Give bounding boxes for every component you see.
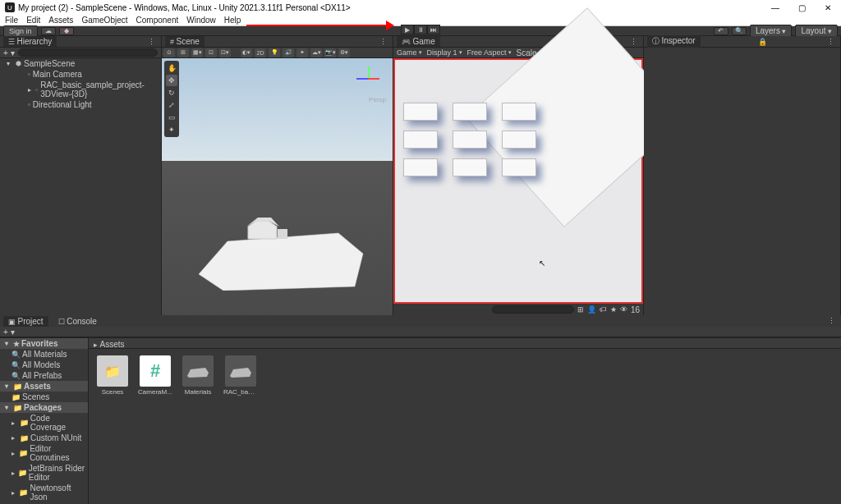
game-search-input[interactable]	[492, 305, 574, 314]
cloud-icon[interactable]: ☁	[41, 27, 56, 35]
scene-panel: # Scene ⋮ ⊙ ⊞ ▦▾ ⊡ ⊡▾ ◐▾ 2D 💡 🔊 ✦ ☁▾ 📷▾ …	[162, 36, 393, 315]
pkg-item[interactable]: ▸📁 Code Coverage	[0, 413, 88, 433]
svg-marker-4	[187, 368, 209, 378]
pkg-item[interactable]: ▸📁 Newtonsoft Json	[0, 483, 88, 502]
visibility-icon[interactable]: 👁	[620, 305, 627, 314]
game-view[interactable]: ↖	[393, 58, 643, 304]
scene-toolbar: ⊙ ⊞ ▦▾ ⊡ ⊡▾ ◐▾ 2D 💡 🔊 ✦ ☁▾ 📷▾ ⚙▾	[162, 48, 393, 58]
asset-grid: 📁 Scenes # CameraM... Materials RAC_basi…	[89, 349, 841, 504]
hand-tool[interactable]: ✋	[166, 62, 177, 74]
step-button[interactable]: ⏭	[427, 25, 440, 34]
menu-component[interactable]: Component	[136, 16, 179, 25]
undo-history-icon[interactable]: ↶	[714, 27, 728, 35]
grid-toggle[interactable]: ▦▾	[191, 48, 203, 57]
layout-dropdown[interactable]: Layout ▾	[795, 25, 838, 37]
star-icon[interactable]: ★	[610, 305, 617, 314]
signin-button[interactable]: Sign in	[3, 25, 38, 37]
window-titlebar: U My project (2) - SampleScene - Windows…	[0, 0, 841, 15]
collab-icon[interactable]: ◆	[59, 27, 74, 35]
gizmos-toggle[interactable]: ⚙▾	[338, 48, 350, 57]
fav-all-materials[interactable]: 🔍 All Materials	[0, 349, 88, 360]
menu-window[interactable]: Window	[186, 16, 216, 25]
search-icon[interactable]: 🔍	[732, 27, 747, 35]
create-dropdown-icon[interactable]: + ▾	[3, 48, 15, 57]
prefab-icon: ▫	[35, 86, 38, 94]
inspector-lock-icon[interactable]: 🔒	[758, 38, 767, 46]
game-mode-dropdown[interactable]: Game	[397, 48, 422, 57]
assets-header[interactable]: ▾📁 Assets	[0, 381, 88, 392]
aspect-dropdown[interactable]: Free Aspect	[467, 48, 512, 57]
maximize-button[interactable]: ▢	[793, 3, 810, 12]
tree-scenes[interactable]: 📁 Scenes	[0, 392, 88, 402]
project-create-dropdown[interactable]: + ▾	[3, 328, 15, 337]
menu-help[interactable]: Help	[224, 16, 241, 25]
pause-button[interactable]: ⏸	[414, 25, 427, 34]
fav-all-models[interactable]: 🔍 All Models	[0, 360, 88, 370]
snap-toggle[interactable]: ⊡	[205, 48, 217, 57]
hidden-toggle[interactable]: ☁▾	[310, 48, 322, 57]
snap-settings[interactable]: ⊡▾	[219, 48, 231, 57]
close-button[interactable]: ✕	[820, 3, 836, 12]
project-tree[interactable]: ▾★ Favorites 🔍 All Materials 🔍 All Model…	[0, 338, 89, 504]
menu-file[interactable]: File	[5, 16, 18, 25]
menu-gameobject[interactable]: GameObject	[81, 16, 127, 25]
tab-console[interactable]: ☐ Console	[53, 316, 102, 327]
pkg-item[interactable]: ▸📁 Editor Coroutines	[0, 443, 88, 463]
project-breadcrumb[interactable]: ▸ Assets	[89, 338, 841, 349]
persp-label[interactable]: Persp	[369, 96, 386, 103]
game-options-icon[interactable]: ⋮	[627, 38, 640, 46]
pivot-toggle[interactable]: ⊙	[163, 48, 175, 57]
rect-tool[interactable]: ▭	[166, 112, 177, 123]
light-icon: ▫	[28, 101, 30, 108]
camera-settings[interactable]: 📷▾	[324, 48, 336, 57]
menu-assets[interactable]: Assets	[48, 16, 73, 25]
tab-project[interactable]: ▣ Project	[3, 316, 48, 327]
scene-view[interactable]: ✋ ✥ ↻ ⤢ ▭ ✦ Persp	[162, 58, 393, 315]
layers-dropdown[interactable]: Layers ▾	[750, 25, 793, 37]
asset-scenes-folder[interactable]: 📁 Scenes	[95, 355, 130, 396]
play-button[interactable]: ▶	[401, 25, 414, 34]
move-tool[interactable]: ✥	[166, 75, 177, 86]
scale-tool[interactable]: ⤢	[166, 99, 177, 111]
minimize-button[interactable]: —	[767, 3, 784, 12]
hierarchy-item-light[interactable]: ▫ Directional Light	[0, 99, 161, 110]
tab-inspector[interactable]: ⓘ Inspector	[647, 35, 701, 48]
tab-game[interactable]: 🎮 Game	[397, 36, 440, 47]
hierarchy-search-input[interactable]	[18, 48, 158, 57]
metal-icon[interactable]: ⊞	[577, 305, 584, 314]
unity-logo-icon: U	[5, 2, 15, 12]
tab-scene[interactable]: # Scene	[165, 36, 205, 47]
asset-cameram-script[interactable]: # CameraM...	[138, 355, 172, 396]
tag-icon[interactable]: 🏷	[600, 305, 607, 314]
hierarchy-options-icon[interactable]: ⋮	[145, 38, 158, 46]
local-toggle[interactable]: ⊞	[177, 48, 189, 57]
lighting-toggle[interactable]: 💡	[269, 48, 280, 57]
draw-mode[interactable]: ◐▾	[241, 48, 252, 57]
asset-rac-model[interactable]: RAC_basi...	[223, 355, 258, 396]
transform-tool[interactable]: ✦	[166, 124, 177, 135]
display-dropdown[interactable]: Display 1	[427, 48, 462, 57]
2d-toggle[interactable]: 2D	[255, 48, 266, 57]
inspector-options-icon[interactable]: ⋮	[825, 38, 837, 46]
rotate-tool[interactable]: ↻	[166, 87, 177, 99]
scene-options-icon[interactable]: ⋮	[377, 38, 389, 46]
fx-toggle[interactable]: ✦	[296, 48, 308, 57]
person-icon[interactable]: 👤	[587, 305, 596, 314]
orientation-gizmo[interactable]	[353, 63, 384, 94]
packages-header[interactable]: ▾📁 Packages	[0, 402, 88, 413]
audio-toggle[interactable]: 🔊	[283, 48, 294, 57]
fav-all-prefabs[interactable]: 🔍 All Prefabs	[0, 370, 88, 381]
tab-hierarchy[interactable]: ☰ Hierarchy	[3, 36, 57, 47]
project-options-icon[interactable]: ⋮	[825, 317, 838, 325]
pkg-item[interactable]: ▸📁 JetBrains Rider Editor	[0, 463, 88, 483]
asset-materials[interactable]: Materials	[181, 355, 215, 396]
svg-marker-1	[248, 221, 277, 239]
favorites-header[interactable]: ▾★ Favorites	[0, 338, 88, 349]
csharp-script-icon: #	[140, 355, 171, 387]
hierarchy-item-rac[interactable]: ▸▫ RAC_basic_sample_project-3DView-{3D}	[0, 80, 161, 99]
hierarchy-item-main-camera[interactable]: ▫ Main Camera	[0, 69, 161, 80]
scene-root[interactable]: ▾⬢ SampleScene	[0, 58, 161, 69]
menu-edit[interactable]: Edit	[26, 16, 40, 25]
pkg-item[interactable]: ▸📁 Custom NUnit	[0, 433, 88, 443]
svg-rect-3	[278, 229, 287, 239]
